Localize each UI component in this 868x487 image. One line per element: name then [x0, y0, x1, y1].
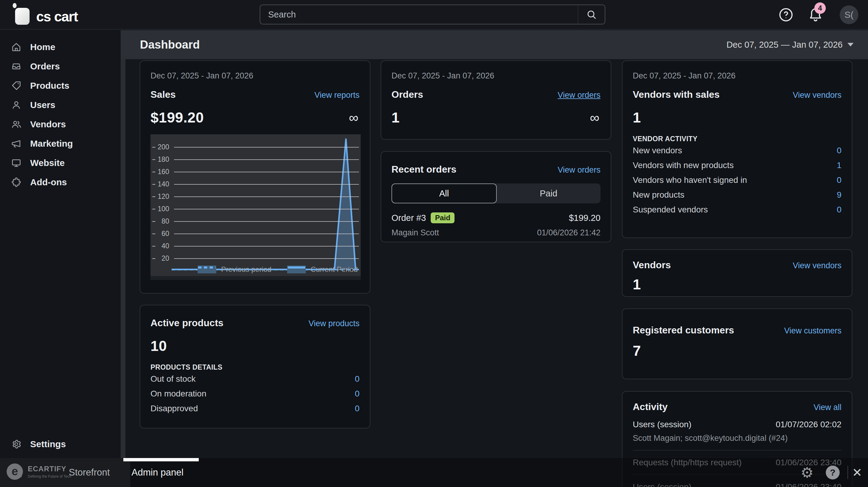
order-number[interactable]: Order #3	[392, 213, 426, 223]
sales-card-date: Dec 07, 2025 - Jan 07, 2026	[151, 71, 360, 81]
product-detail-label: Out of stock	[151, 374, 195, 384]
sidebar-item-products[interactable]: Products	[0, 76, 121, 95]
order-subrow: Magain Scott 01/06/2026 21:42	[392, 228, 600, 238]
sales-chart-series	[151, 134, 361, 276]
ecartify-logo[interactable]: e ECARTIFY Defining the Future of Tech	[6, 463, 71, 480]
users-icon	[11, 99, 22, 111]
sidebar-nav: HomeOrdersProductsUsersVendorsMarketingW…	[0, 30, 121, 192]
help-icon[interactable]: ?	[825, 458, 840, 487]
order-row[interactable]: Order #3 Paid $199.20	[392, 212, 600, 223]
gridline	[174, 221, 359, 222]
sidebar-scrollbar[interactable]	[121, 59, 125, 458]
sidebar-item-label: Add-ons	[30, 177, 67, 187]
recent-orders-tab-paid[interactable]: Paid	[497, 183, 601, 203]
chart-scrollbar[interactable]	[151, 276, 361, 280]
product-detail-label: Disapproved	[151, 404, 198, 414]
ecartify-tagline: Defining the Future of Tech	[28, 474, 71, 479]
sidebar-item-orders[interactable]: Orders	[0, 57, 121, 76]
marketing-icon	[11, 138, 22, 149]
sidebar-item-settings[interactable]: Settings	[0, 434, 121, 454]
vendor-activity-value[interactable]: 9	[837, 190, 841, 200]
settings-gear-icon[interactable]: ⚙	[799, 458, 815, 487]
y-axis-tick	[152, 159, 155, 160]
search-input[interactable]	[260, 10, 578, 20]
product-detail-row: Disapproved0	[151, 401, 360, 416]
view-vendors-link[interactable]: View vendors	[793, 261, 841, 270]
recent-orders-tab-all[interactable]: All	[392, 183, 497, 203]
product-detail-value[interactable]: 0	[355, 389, 360, 399]
gridline	[174, 184, 359, 185]
page-header: Dashboard Dec 07, 2025 — Jan 07, 2026	[121, 30, 868, 59]
y-axis-label: 100	[155, 205, 169, 213]
active-tab-indicator	[123, 458, 199, 461]
tab-admin-panel[interactable]: Admin panel	[131, 458, 183, 487]
vendor-activity-label: Vendors who haven't signed in	[633, 175, 747, 185]
bottom-task-bar: e ECARTIFY Defining the Future of Tech S…	[0, 458, 868, 487]
sidebar-item-vendors[interactable]: Vendors	[0, 115, 121, 134]
vendor-activity-value[interactable]: 1	[837, 160, 841, 170]
vendor-activity-label: New products	[633, 190, 684, 200]
sidebar-item-marketing[interactable]: Marketing	[0, 134, 121, 153]
activity-detail: Scott Magain; scott@keytouch.digital (#2…	[633, 434, 841, 443]
view-all-link[interactable]: View all	[813, 403, 841, 412]
sidebar-item-users[interactable]: Users	[0, 95, 121, 115]
y-axis-tick	[152, 234, 155, 234]
view-products-link[interactable]: View products	[309, 319, 360, 328]
vendor-activity-value[interactable]: 0	[837, 205, 841, 215]
vendor-activity-value[interactable]: 0	[837, 175, 841, 185]
view-orders-link[interactable]: View orders	[558, 165, 600, 175]
user-avatar[interactable]: S(	[840, 5, 858, 24]
sidebar-item-label: Settings	[30, 439, 66, 449]
sidebar-item-website[interactable]: Website	[0, 153, 121, 173]
tab-storefront[interactable]: Storefront	[69, 458, 110, 487]
view-customers-link[interactable]: View customers	[784, 326, 841, 336]
search-icon[interactable]	[578, 9, 605, 20]
gridline	[174, 196, 359, 197]
view-orders-link[interactable]: View orders	[558, 91, 600, 100]
orders-value: 1	[392, 109, 400, 126]
chart-legend: Previous periodCurrent Period	[197, 265, 358, 274]
products-icon	[11, 80, 22, 91]
vendor-activity-value[interactable]: 0	[837, 146, 841, 155]
products-details-list: Out of stock0On moderation0Disapproved0	[151, 371, 360, 416]
y-axis-tick	[152, 209, 155, 209]
product-detail-value[interactable]: 0	[355, 374, 360, 384]
sidebar-item-add-ons[interactable]: Add-ons	[0, 173, 121, 192]
y-axis-tick	[152, 184, 155, 185]
y-axis-label: 20	[155, 254, 169, 263]
vendor-activity-section-label: VENDOR ACTIVITY	[633, 135, 841, 143]
products-details-section-label: PRODUCTS DETAILS	[151, 363, 360, 371]
view-vendors-link[interactable]: View vendors	[793, 91, 841, 100]
y-axis-label: 200	[155, 143, 169, 151]
order-status-badge: Paid	[431, 212, 455, 223]
sales-chart: 20018016014012010080604020 Previous peri…	[151, 134, 361, 276]
cs-cart-logo-icon	[14, 5, 30, 24]
activity-entry: Users (session)01/07/2026 02:02Scott Mag…	[633, 420, 841, 443]
vendor-activity-label: New vendors	[633, 146, 682, 155]
gear-icon	[11, 439, 22, 450]
orders-card: Dec 07, 2025 - Jan 07, 2026 Orders View …	[381, 60, 611, 140]
sidebar: HomeOrdersProductsUsersVendorsMarketingW…	[0, 30, 121, 487]
recent-orders-card: Recent orders View orders AllPaid Order …	[381, 151, 611, 242]
cs-cart-logo-text: cs cart	[36, 5, 78, 28]
sales-card: Dec 07, 2025 - Jan 07, 2026 Sales View r…	[140, 60, 370, 294]
product-detail-value[interactable]: 0	[355, 404, 360, 414]
sidebar-item-home[interactable]: Home	[0, 37, 121, 57]
gridline	[174, 209, 359, 209]
orders-icon	[11, 61, 22, 72]
y-axis-label: 80	[155, 217, 169, 225]
notification-count-badge[interactable]: 4	[814, 2, 826, 14]
top-bar: cs cart 4 S(	[0, 0, 868, 30]
date-range-picker[interactable]: Dec 07, 2025 — Jan 07, 2026	[726, 40, 854, 50]
activity-title: Activity	[633, 401, 668, 413]
sidebar-item-label: Marketing	[30, 139, 73, 149]
view-reports-link[interactable]: View reports	[314, 91, 360, 100]
legend-swatch-solid	[287, 266, 306, 273]
vendor-activity-label: Suspended vendors	[633, 205, 708, 215]
vendor-activity-label: Vendors with new products	[633, 160, 734, 170]
ecartify-logo-icon: e	[6, 463, 24, 480]
cs-cart-logo[interactable]: cs cart	[14, 5, 78, 28]
help-icon[interactable]	[777, 6, 795, 23]
close-icon[interactable]: ✕	[850, 458, 864, 487]
global-search	[260, 4, 605, 25]
